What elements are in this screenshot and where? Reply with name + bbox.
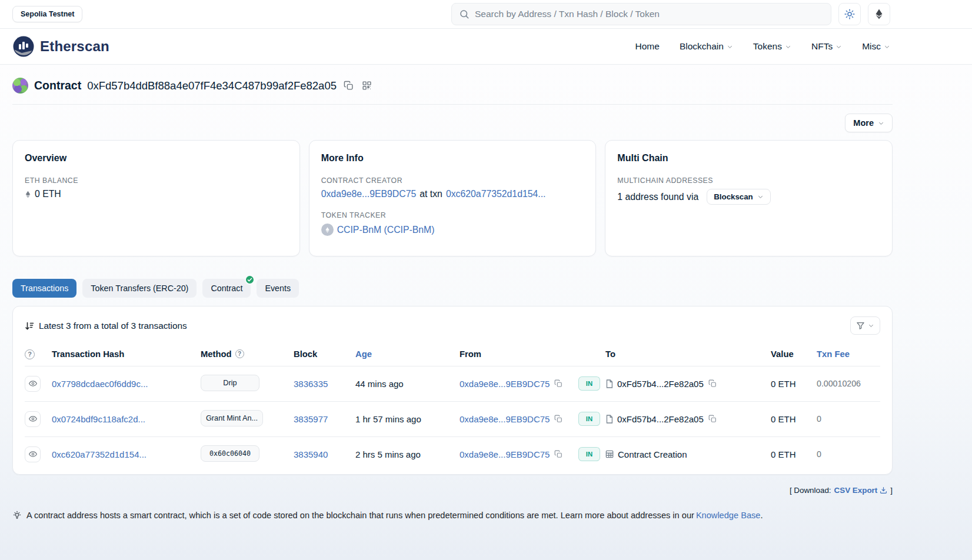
sort-icon xyxy=(25,321,34,331)
eye-icon xyxy=(29,415,37,423)
contract-file-icon xyxy=(605,379,613,388)
from-address-link[interactable]: 0xda9e8e...9EB9DC75 xyxy=(460,414,550,424)
contract-avatar xyxy=(12,78,28,94)
creator-connector: at txn xyxy=(420,189,442,199)
tab-token-transfers[interactable]: Token Transfers (ERC-20) xyxy=(82,279,197,298)
txn-age: 2 hrs 5 mins ago xyxy=(355,436,460,472)
nav-tokens[interactable]: Tokens xyxy=(753,41,791,52)
method-badge: 0x60c06040 xyxy=(201,445,259,462)
block-link[interactable]: 3836335 xyxy=(294,379,328,389)
chevron-down-icon xyxy=(868,322,874,329)
table-row: 0x7798dcdaec0f6dd9c... Drip 3836335 44 m… xyxy=(25,366,880,401)
col-age-toggle[interactable]: Age xyxy=(355,342,460,366)
verified-check-icon xyxy=(245,275,255,285)
chevron-down-icon xyxy=(878,120,884,126)
more-button[interactable]: More xyxy=(845,114,893,132)
txn-hash-link[interactable]: 0x7798dcdaec0f6dd9c... xyxy=(52,379,148,389)
main-header: Etherscan Home Blockchain Tokens NFTs Mi… xyxy=(0,28,972,65)
transactions-table: ? Transaction Hash Method ? Block Age Fr… xyxy=(25,342,880,472)
txn-preview-eye-button[interactable] xyxy=(25,446,41,462)
table-row: 0xc620a77352d1d154... 0x60c06040 3835940… xyxy=(25,436,880,472)
chevron-down-icon xyxy=(835,44,842,50)
copy-icon[interactable] xyxy=(554,379,563,388)
col-block: Block xyxy=(294,342,355,366)
token-logo-icon xyxy=(321,224,334,236)
transactions-summary: Latest 3 from a total of 3 transactions xyxy=(25,321,187,331)
token-tracker-link[interactable]: CCIP-BnM (CCIP-BnM) xyxy=(337,225,435,235)
nav-nfts[interactable]: NFTs xyxy=(811,41,842,52)
help-icon[interactable]: ? xyxy=(25,349,35,359)
nav-blockchain[interactable]: Blockchain xyxy=(680,41,733,52)
txn-preview-eye-button[interactable] xyxy=(25,411,41,427)
header-divider xyxy=(12,104,893,105)
from-address-link[interactable]: 0xda9e8e...9EB9DC75 xyxy=(460,449,550,459)
page-background: Contract 0xFd57b4ddBf88a4e07fF4e34C487b9… xyxy=(0,65,972,560)
topbar: Sepolia Testnet xyxy=(0,0,972,28)
copy-icon[interactable] xyxy=(708,414,717,424)
eye-icon xyxy=(29,379,37,388)
qr-code-button[interactable] xyxy=(361,79,373,92)
tab-bar: Transactions Token Transfers (ERC-20) Co… xyxy=(12,279,893,298)
nav-misc[interactable]: Misc xyxy=(862,41,890,52)
copy-icon[interactable] xyxy=(708,379,717,388)
download-row: [ Download: CSV Export ] xyxy=(12,486,893,495)
overview-card: Overview ETH BALANCE 0 ETH xyxy=(12,140,300,256)
copy-icon[interactable] xyxy=(554,449,563,459)
multichain-addresses-value: 1 address found via Blockscan xyxy=(617,189,880,205)
col-from: From xyxy=(460,342,578,366)
help-icon[interactable]: ? xyxy=(235,349,244,358)
col-direction xyxy=(578,342,605,366)
col-txn-fee[interactable]: Txn Fee xyxy=(817,342,880,366)
etherscan-logo-icon xyxy=(12,35,35,58)
search-icon xyxy=(459,9,470,19)
more-info-card: More Info CONTRACT CREATOR 0xda9e8e...9E… xyxy=(309,140,597,256)
direction-badge: IN xyxy=(578,376,600,391)
method-badge: Drip xyxy=(201,375,259,391)
theme-toggle-button[interactable] xyxy=(838,3,861,25)
creation-txn-link[interactable]: 0xc620a77352d1d154... xyxy=(446,189,546,199)
block-link[interactable]: 3835977 xyxy=(294,414,328,424)
knowledge-base-link[interactable]: Knowledge Base xyxy=(696,511,761,520)
network-badge[interactable]: Sepolia Testnet xyxy=(12,6,82,22)
txn-hash-link[interactable]: 0xc620a77352d1d154... xyxy=(52,449,147,459)
block-link[interactable]: 3835940 xyxy=(294,449,328,459)
summary-cards: Overview ETH BALANCE 0 ETH More Info CON… xyxy=(12,140,893,256)
to-address: 0xFd57b4...2Fe82a05 xyxy=(617,379,704,389)
footnote-period: . xyxy=(760,511,763,520)
contract-creator-label: CONTRACT CREATOR xyxy=(321,176,584,185)
search-box xyxy=(451,3,831,25)
card-title: More Info xyxy=(321,153,584,164)
qr-code-icon xyxy=(362,81,372,91)
tip-icon xyxy=(12,511,22,520)
footnote-text: A contract address hosts a smart contrac… xyxy=(26,511,694,520)
eth-balance-label: ETH BALANCE xyxy=(25,176,288,185)
nav-home[interactable]: Home xyxy=(635,41,660,52)
filter-button[interactable] xyxy=(850,316,880,335)
copy-icon[interactable] xyxy=(554,414,563,424)
ethereum-icon xyxy=(874,9,884,19)
txn-preview-eye-button[interactable] xyxy=(25,376,41,392)
tab-events[interactable]: Events xyxy=(257,279,299,298)
tab-transactions[interactable]: Transactions xyxy=(12,279,76,298)
chevron-down-icon xyxy=(757,194,764,200)
method-badge: Grant Mint An... xyxy=(201,410,263,426)
download-icon xyxy=(880,486,887,494)
txn-age: 44 mins ago xyxy=(355,366,460,401)
portfolio-source-select[interactable]: Blockscan xyxy=(707,189,771,205)
tab-contract[interactable]: Contract xyxy=(202,279,251,298)
contract-creation-icon xyxy=(605,450,614,458)
contract-footnote: A contract address hosts a smart contrac… xyxy=(12,511,893,520)
csv-export-link[interactable]: CSV Export xyxy=(834,486,888,495)
direction-badge: IN xyxy=(578,412,600,426)
network-switch-button[interactable] xyxy=(868,3,890,25)
copy-address-button[interactable] xyxy=(342,79,355,92)
txn-age: 1 hr 57 mins ago xyxy=(355,401,460,436)
to-address: 0xFd57b4...2Fe82a05 xyxy=(617,414,704,424)
search-input[interactable] xyxy=(475,9,824,19)
txn-fee: 0 xyxy=(817,401,880,436)
from-address-link[interactable]: 0xda9e8e...9EB9DC75 xyxy=(460,379,550,389)
brand-logo[interactable]: Etherscan xyxy=(12,35,109,58)
creator-address-link[interactable]: 0xda9e8e...9EB9DC75 xyxy=(321,189,417,199)
txn-hash-link[interactable]: 0x0724bdf9c118afc2d... xyxy=(52,414,145,424)
col-value: Value xyxy=(771,342,817,366)
